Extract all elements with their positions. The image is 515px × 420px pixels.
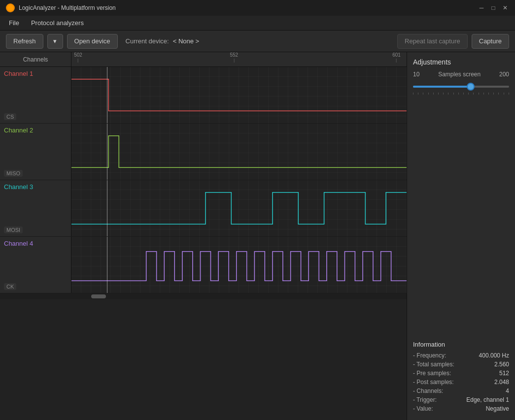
info-val-2: 512 <box>499 370 509 377</box>
slider-tick <box>479 93 479 95</box>
menu-protocol-analyzers[interactable]: Protocol analyzers <box>26 17 89 29</box>
info-val-1: 2.560 <box>494 361 509 368</box>
menu-bar: File Protocol analyzers <box>0 16 515 31</box>
channel-4-label-col: Channel 4 CK <box>0 237 71 293</box>
slider-fill <box>413 86 471 88</box>
slider-tick <box>504 93 504 95</box>
slider-tick <box>509 93 509 95</box>
ruler-mark-502: 502 <box>74 52 82 63</box>
slider-tick <box>498 93 499 95</box>
channel-row-4: Channel 4 CK <box>0 237 407 293</box>
info-row-4: - Channels:4 <box>413 388 509 394</box>
title-bar-left: LogicAnalyzer - Multiplatform version <box>6 3 116 12</box>
slider-tick <box>493 93 494 95</box>
current-device-label: Current device: <box>126 37 169 45</box>
main-content: Channels 502 552 601 Channel 1 <box>0 52 515 420</box>
samples-min: 10 <box>413 71 419 78</box>
samples-screen-label: Samples screen <box>438 71 481 78</box>
h-scrollbar[interactable] <box>0 293 407 299</box>
info-row-3: - Post samples:2.048 <box>413 379 509 386</box>
info-row-5: - Trigger:Edge, channel 1 <box>413 396 509 403</box>
channel-row-2: Channel 2 MISO <box>0 124 407 180</box>
repeat-last-capture-button[interactable]: Repeat last capture <box>397 34 468 49</box>
slider-tick <box>453 93 454 95</box>
channel-3-label-col: Channel 3 MOSI <box>0 180 71 236</box>
channel-2-waveform[interactable] <box>71 124 407 180</box>
slider-tick <box>458 93 459 95</box>
info-val-0: 400.000 Hz <box>479 352 509 359</box>
slider-thumb[interactable] <box>467 83 475 91</box>
channel-2-label-col: Channel 2 MISO <box>0 124 71 180</box>
info-row-1: - Total samples:2.560 <box>413 361 509 368</box>
info-key-3: - Post samples: <box>413 379 454 386</box>
close-button[interactable]: ✕ <box>501 4 509 12</box>
info-row-0: - Frequency:400.000 Hz <box>413 352 509 359</box>
channels-header: Channels <box>0 52 71 66</box>
channel-row-3: Channel 3 MOSI <box>0 180 407 237</box>
info-key-4: - Channels: <box>413 388 443 394</box>
app-icon <box>6 3 15 12</box>
samples-max: 200 <box>499 71 509 78</box>
info-rows-container: - Frequency:400.000 Hz- Total samples:2.… <box>413 352 509 412</box>
ruler-mark-601: 601 <box>392 52 401 63</box>
info-row-6: - Value:Negative <box>413 405 509 412</box>
slider-tick <box>428 93 429 95</box>
info-val-6: Negative <box>486 405 509 412</box>
timeline-header: Channels 502 552 601 <box>0 52 407 67</box>
waveform-area: Channels 502 552 601 Channel 1 <box>0 52 407 420</box>
slider-tick <box>443 93 444 95</box>
channel-1-label-col: Channel 1 CS <box>0 67 71 123</box>
info-key-2: - Pre samples: <box>413 370 451 377</box>
channel-row-1: Channel 1 CS <box>0 67 407 124</box>
maximize-button[interactable]: □ <box>489 4 497 12</box>
channel-3-alias: MOSI <box>4 226 23 233</box>
channel-4-waveform[interactable] <box>71 237 407 293</box>
samples-row: 10 Samples screen 200 <box>413 71 509 78</box>
h-scroll-thumb[interactable] <box>91 294 106 298</box>
slider-tick <box>418 93 418 95</box>
channel-2-alias: MISO <box>4 170 23 177</box>
channel-3-waveform[interactable] <box>71 180 407 236</box>
slider-track <box>413 86 509 88</box>
slider-tick <box>423 93 423 95</box>
channel-3-svg <box>71 180 407 236</box>
info-key-6: - Value: <box>413 405 433 412</box>
open-device-button[interactable]: Open device <box>67 34 118 49</box>
information-section: Information - Frequency:400.000 Hz- Tota… <box>413 341 509 414</box>
info-val-3: 2.048 <box>494 379 509 386</box>
adjustments-title: Adjustments <box>413 58 509 66</box>
channel-1-svg <box>71 67 407 123</box>
channel-3-name: Channel 3 <box>4 183 67 191</box>
slider-ticks <box>413 93 509 96</box>
slider-tick <box>433 93 434 95</box>
slider-tick <box>473 93 474 95</box>
info-val-5: Edge, channel 1 <box>466 396 509 403</box>
slider-tick <box>468 93 469 95</box>
channel-1-name: Channel 1 <box>4 70 67 77</box>
information-title: Information <box>413 341 509 348</box>
title-bar: LogicAnalyzer - Multiplatform version ─ … <box>0 0 515 16</box>
minimize-button[interactable]: ─ <box>478 4 485 12</box>
slider-tick <box>448 93 448 95</box>
menu-file[interactable]: File <box>4 17 24 29</box>
toolbar: Refresh ▾ Open device Current device: < … <box>0 31 515 52</box>
timeline-ruler: 502 552 601 <box>71 52 407 66</box>
capture-button[interactable]: Capture <box>472 34 509 49</box>
channel-4-name: Channel 4 <box>4 240 67 247</box>
channel-1-waveform[interactable] <box>71 67 407 123</box>
refresh-button[interactable]: Refresh <box>6 34 43 49</box>
current-device-value: < None > <box>173 37 200 45</box>
channel-4-alias: CK <box>4 283 16 290</box>
right-panel: Adjustments 10 Samples screen 200 <box>407 52 515 420</box>
samples-slider-container[interactable] <box>413 82 509 92</box>
channel-2-name: Channel 2 <box>4 127 67 134</box>
channel-2-svg <box>71 124 407 180</box>
info-val-4: 4 <box>506 388 509 394</box>
info-key-0: - Frequency: <box>413 352 446 359</box>
refresh-dropdown-button[interactable]: ▾ <box>47 34 63 49</box>
info-key-1: - Total samples: <box>413 361 454 368</box>
title-text: LogicAnalyzer - Multiplatform version <box>19 4 116 11</box>
channel-4-svg <box>71 237 407 293</box>
slider-tick <box>463 93 464 95</box>
slider-tick <box>488 93 489 95</box>
